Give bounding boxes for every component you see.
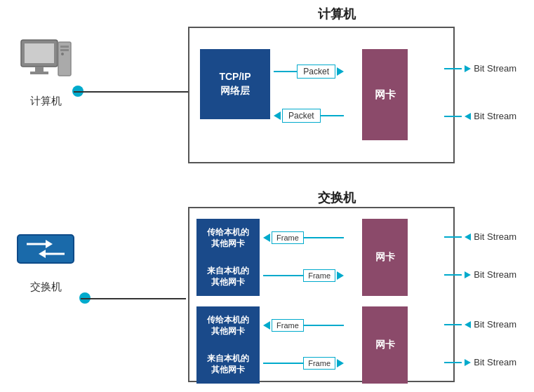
fa1-arrow [263,234,270,242]
packet-upper-label: Packet [297,65,335,79]
frame-label-1: Frame [272,231,304,244]
fa1-line [304,237,344,238]
fa4-line [263,363,303,364]
bs-sw-4: Bit Stream [444,357,516,367]
frame-arrow-1: Frame [263,231,344,244]
sw-block-2: 来自本机的其他网卡 [196,257,260,296]
packet-lower-arrow: Packet [274,109,344,123]
bs-sw-2: Bit Stream [444,269,516,280]
computer-svg [18,39,74,88]
svg-rect-8 [18,235,74,263]
frame-label-3: Frame [272,319,304,332]
top-connector-line [74,91,189,93]
bs-sw-1: Bit Stream [444,231,516,242]
bottom-title: 交换机 [267,189,407,206]
nic-block-top: 网卡 [362,49,408,140]
arrow-left-icon [274,111,281,120]
switch-label: 交换机 [11,281,81,294]
bsarrow-sw-4 [465,359,471,366]
svg-rect-3 [30,72,48,74]
packet-lower-label: Packet [282,109,321,123]
nic-sw-label-2: 网卡 [375,339,395,351]
svg-rect-2 [35,67,44,72]
fa2-line [263,275,303,276]
frame-arrow-2: Frame [263,269,344,282]
bsarrow-sw-3 [465,321,471,328]
frame-label-2: Frame [303,269,335,282]
diagram: 计算机 计算机 TCP/IP网 [0,0,534,392]
sw-block-3: 传给本机的其他网卡 [196,306,260,345]
fa2-arrow [337,271,344,280]
frame-arrow-3: Frame [263,319,344,332]
top-title: 计算机 [267,6,407,22]
computer-icon-top: 计算机 [14,39,77,108]
bs-arrow-upper [465,65,471,72]
tcpip-block: TCP/IP网络层 [200,49,270,119]
fa3-line [304,325,344,326]
bitstream-lower: Bit Stream [444,111,516,121]
packet-upper-arrow: Packet [274,65,344,79]
frame-arrow-4: Frame [263,357,344,370]
bottom-section: 交换机 交换机 传给本机的其他网卡 来自本机的其他网卡 传给本机的其他网卡 来自… [0,189,534,392]
bsline-sw-1 [444,236,462,238]
top-section: 计算机 计算机 TCP/IP网 [0,0,534,179]
bitstream-upper: Bit Stream [444,63,516,74]
nic-sw-label-1: 网卡 [375,251,395,264]
bottom-connector-line [81,298,186,299]
bs-label-sw-2: Bit Stream [474,269,516,280]
sw-block-4: 来自本机的其他网卡 [196,345,260,384]
computer-label-top: 计算机 [14,95,77,108]
bitstream-upper-label: Bit Stream [474,63,516,74]
bs-label-sw-1: Bit Stream [474,231,516,242]
bsline-sw-2 [444,274,462,276]
switch-svg [14,224,77,273]
svg-rect-1 [25,43,54,63]
bs-label-sw-4: Bit Stream [474,357,516,367]
sw-block-1: 传给本机的其他网卡 [196,219,260,257]
arrow-line-lower [321,115,344,116]
svg-point-7 [61,53,64,55]
bsline-sw-3 [444,324,462,325]
arrow-line [274,71,297,72]
bs-sw-3: Bit Stream [444,319,516,330]
svg-rect-6 [60,49,69,51]
bitstream-lower-label: Bit Stream [474,111,516,121]
tcpip-label: TCP/IP网络层 [219,70,251,97]
svg-rect-5 [60,46,69,48]
bsarrow-sw-1 [465,234,471,241]
bs-line-upper [444,68,462,69]
bs-arrow-lower [465,113,471,120]
bsline-sw-4 [444,362,462,363]
bsarrow-sw-2 [465,271,471,278]
nic-label-top: 网卡 [375,88,396,102]
fa3-arrow [263,321,270,330]
nic-sw-2: 网卡 [362,306,408,384]
switch-icon: 交换机 [11,224,81,294]
frame-label-4: Frame [303,357,335,370]
nic-sw-1: 网卡 [362,219,408,296]
fa4-arrow [337,359,344,367]
bs-line-lower [444,116,462,117]
bottom-box: 传给本机的其他网卡 来自本机的其他网卡 传给本机的其他网卡 来自本机的其他网卡 … [188,207,455,382]
arrow-right-icon [337,67,344,76]
bs-label-sw-3: Bit Stream [474,319,516,330]
top-box: TCP/IP网络层 网卡 Packet Packet [188,27,455,163]
